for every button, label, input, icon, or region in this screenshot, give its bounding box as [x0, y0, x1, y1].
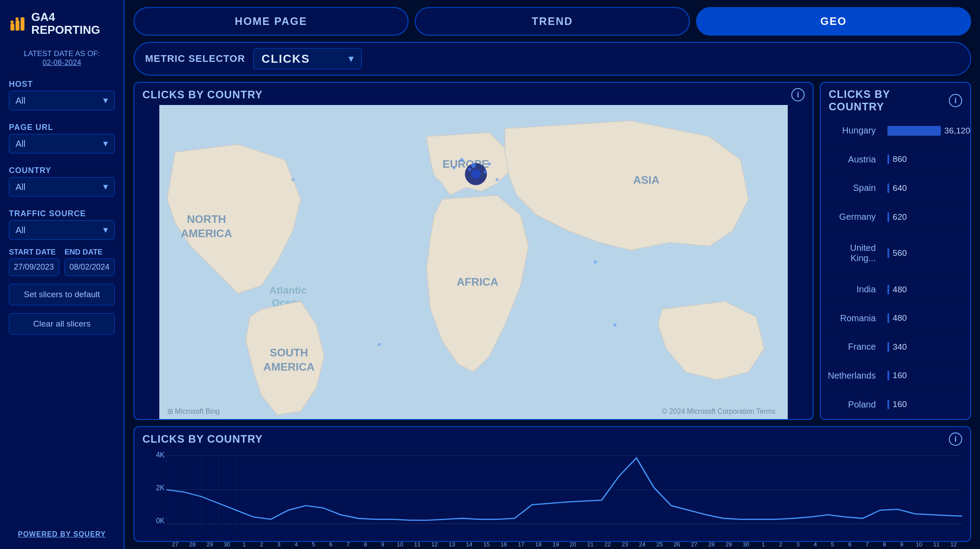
x-label-23a: 23: [616, 541, 634, 548]
country-bar-cell: 860: [883, 145, 971, 174]
latest-date-label: LATEST DATE AS OF:: [24, 49, 100, 58]
bar-wrapper: 340: [887, 342, 970, 352]
x-label-8a: 8: [357, 541, 374, 548]
host-label: HOST: [9, 80, 115, 89]
bar-wrapper: 480: [887, 313, 970, 323]
bar-wrapper: 160: [887, 371, 970, 380]
x-label-30a: 30: [737, 541, 755, 548]
svg-point-23: [495, 178, 498, 181]
x-label-2a: 2: [253, 541, 270, 548]
metric-select[interactable]: CLICKS SESSIONS USERS PAGEVIEWS: [253, 48, 362, 69]
content-row: CLICKS BY COUNTRY i Atlantic Ocean: [134, 82, 971, 420]
country-select[interactable]: All: [9, 177, 115, 197]
country-name-cell: United King...: [821, 231, 883, 275]
bar-value: 160: [893, 371, 907, 380]
latest-date-value[interactable]: 02-08-2024: [43, 58, 81, 67]
bar-wrapper: 860: [887, 154, 970, 164]
svg-point-22: [452, 166, 455, 170]
bar-value: 480: [893, 285, 907, 295]
powered-by[interactable]: POWERED BY SQUERY: [9, 530, 115, 538]
x-label-28: 28: [184, 541, 201, 548]
nav-geo[interactable]: GEO: [696, 7, 971, 36]
bar-fill: [887, 183, 889, 193]
x-label-5a: 5: [305, 541, 322, 548]
host-select[interactable]: All: [9, 91, 115, 110]
x-label-11b: 11: [928, 541, 945, 548]
map-panel-title: CLICKS BY COUNTRY: [142, 89, 263, 101]
x-label-10a: 10: [391, 541, 409, 548]
svg-text:AMERICA: AMERICA: [263, 361, 315, 373]
logo-icon: [9, 14, 26, 33]
table-info-icon[interactable]: i: [949, 94, 962, 107]
nav-home-page[interactable]: HOME PAGE: [134, 7, 409, 36]
map-panel-header: CLICKS BY COUNTRY i: [134, 83, 813, 105]
x-label-4a: 4: [288, 541, 305, 548]
svg-text:ASIA: ASIA: [633, 174, 660, 186]
svg-point-18: [460, 158, 464, 162]
table-row: Germany 620: [821, 202, 971, 231]
x-label-5b: 5: [824, 541, 841, 548]
table-row: Hungary 36,120: [821, 117, 971, 145]
bar-value: 160: [893, 400, 907, 409]
country-table: Hungary 36,120 Austria 860 Spain 640 Ger…: [821, 117, 971, 419]
line-chart-svg: [166, 451, 962, 537]
date-row: START DATE 27/09/2023 END DATE 08/02/202…: [9, 248, 115, 276]
table-row: France 340: [821, 333, 971, 362]
map-info-icon[interactable]: i: [791, 88, 805, 101]
start-date-label: START DATE: [9, 248, 59, 257]
bar-wrapper: 160: [887, 400, 970, 409]
x-label-14a: 14: [461, 541, 478, 548]
x-label-27: 27: [166, 541, 184, 548]
svg-point-19: [468, 168, 471, 171]
main-area: HOME PAGE TREND GEO METRIC SELECTOR CLIC…: [125, 0, 980, 549]
svg-point-4: [16, 17, 19, 20]
bar-fill: [887, 342, 889, 352]
traffic-source-select-wrapper: All ▼: [9, 220, 115, 240]
map-container: Atlantic Ocean: [134, 105, 813, 419]
traffic-source-select[interactable]: All: [9, 220, 115, 240]
country-name-cell: Romania: [821, 304, 883, 333]
svg-text:AMERICA: AMERICA: [181, 227, 232, 239]
country-name-cell: India: [821, 275, 883, 304]
svg-text:⊞ Microsoft Bing: ⊞ Microsoft Bing: [167, 408, 220, 415]
end-date-wrapper: 08/02/2024: [65, 258, 115, 276]
svg-text:SOUTH: SOUTH: [270, 347, 308, 359]
x-label-22a: 22: [599, 541, 616, 548]
x-label-28a: 28: [703, 541, 720, 548]
chart-info-icon[interactable]: i: [949, 432, 962, 446]
end-date-label: END DATE: [65, 248, 115, 257]
svg-rect-2: [20, 17, 24, 31]
svg-rect-1: [16, 20, 20, 31]
bar-value: 860: [893, 154, 907, 164]
country-select-wrapper: All ▼: [9, 177, 115, 197]
chart-area: 4K 2K 0K: [142, 451, 962, 537]
x-label-11a: 11: [409, 541, 426, 548]
nav-trend[interactable]: TREND: [415, 7, 690, 36]
country-bar-cell: 36,120: [883, 117, 971, 145]
end-date-input[interactable]: 08/02/2024: [65, 258, 115, 276]
table-row: India 480: [821, 275, 971, 304]
table-row: Netherlands 160: [821, 361, 971, 390]
country-label: COUNTRY: [9, 166, 115, 175]
svg-rect-0: [10, 24, 14, 31]
start-date-input[interactable]: 27/09/2023: [9, 258, 59, 276]
set-slicers-button[interactable]: Set slicers to default: [9, 284, 115, 305]
x-label-12b: 12: [945, 541, 962, 548]
country-bar-cell: 480: [883, 304, 971, 333]
country-name-cell: Netherlands: [821, 361, 883, 390]
svg-text:NORTH: NORTH: [187, 213, 226, 225]
sidebar: GA4 REPORTING LATEST DATE AS OF: 02-08-2…: [0, 0, 125, 549]
x-label-15a: 15: [478, 541, 495, 548]
country-bar-cell: 340: [883, 333, 971, 362]
country-bar-cell: 560: [883, 231, 971, 275]
clear-slicers-button[interactable]: Clear all slicers: [9, 313, 115, 335]
bar-fill: [887, 371, 889, 380]
bar-wrapper: 480: [887, 285, 970, 295]
page-url-select[interactable]: All: [9, 134, 115, 153]
svg-text:Atlantic: Atlantic: [269, 284, 307, 296]
chart-panel: CLICKS BY COUNTRY i 4K 2K 0K: [134, 426, 971, 542]
x-label-25a: 25: [651, 541, 668, 548]
x-label-29: 29: [201, 541, 219, 548]
x-label-24a: 24: [634, 541, 651, 548]
metric-selector-label: METRIC SELECTOR: [145, 53, 245, 65]
